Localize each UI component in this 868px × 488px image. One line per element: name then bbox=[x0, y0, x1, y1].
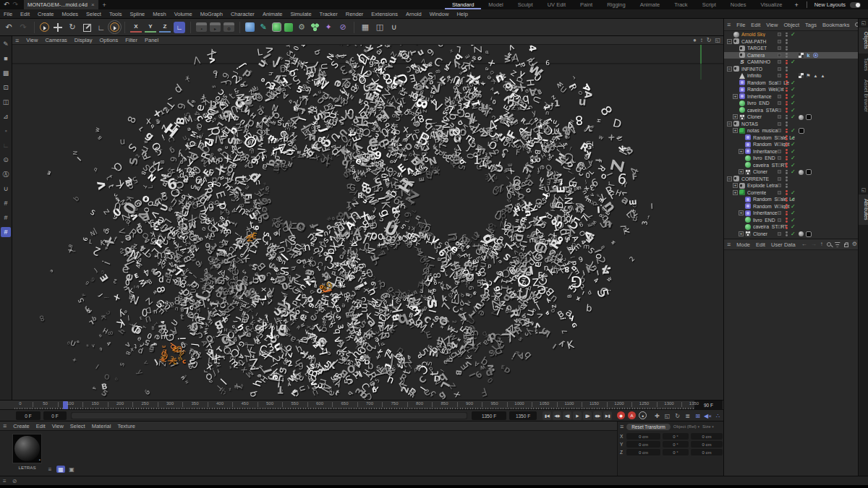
range-end-field[interactable]: 1350 F bbox=[472, 411, 506, 420]
visibility-dots[interactable] bbox=[786, 74, 788, 79]
visibility-dots[interactable] bbox=[786, 121, 788, 127]
visibility-dot[interactable] bbox=[786, 46, 788, 48]
object-row[interactable]: +Cloner✓ bbox=[724, 168, 859, 176]
quantize-icon[interactable]: # bbox=[1, 198, 11, 208]
visibility-dot[interactable] bbox=[786, 152, 788, 154]
viewport-menu-cameras[interactable]: Cameras bbox=[45, 37, 67, 43]
layer-checkbox[interactable] bbox=[778, 108, 781, 112]
enabled-check-icon[interactable]: ✓ bbox=[791, 86, 796, 93]
object-row[interactable]: Random_Weight✓ bbox=[724, 203, 859, 210]
blackbox-tag-icon[interactable] bbox=[799, 128, 804, 134]
visibility-dots[interactable] bbox=[786, 46, 788, 51]
object-name[interactable]: livro_END bbox=[753, 155, 775, 160]
play-sound-toggle[interactable]: ◀× bbox=[704, 411, 712, 420]
status-menu-icon[interactable]: ≡ bbox=[3, 478, 7, 484]
menu-file[interactable]: File bbox=[4, 11, 12, 17]
blackbox-tag-icon[interactable] bbox=[806, 169, 812, 175]
menu-tools[interactable]: Tools bbox=[109, 11, 122, 17]
visibility-dot[interactable] bbox=[786, 149, 788, 151]
coord-mode-select[interactable]: Object (Rel) ▾ bbox=[673, 424, 699, 429]
goto-end-button[interactable]: ▶▮ bbox=[603, 411, 612, 420]
add-layout-button[interactable]: + bbox=[789, 1, 803, 9]
generator-button[interactable]: ⚙ bbox=[296, 22, 307, 33]
layer-checkbox[interactable] bbox=[778, 95, 781, 98]
object-name[interactable]: NOTAS bbox=[741, 121, 758, 127]
z-axis-button[interactable]: Z bbox=[159, 22, 171, 33]
expand-dock-icon[interactable]: ◱ bbox=[859, 19, 868, 27]
position-field-x[interactable]: 0 cm bbox=[626, 433, 660, 440]
layer-checkbox[interactable] bbox=[778, 87, 781, 91]
visibility-dots[interactable] bbox=[786, 80, 788, 85]
tree-expander-icon[interactable]: + bbox=[739, 210, 744, 215]
material-menu-material[interactable]: Material bbox=[92, 423, 111, 429]
visibility-dots[interactable] bbox=[786, 33, 788, 38]
tree-expander-icon[interactable]: − bbox=[727, 176, 732, 181]
object-row[interactable]: livro_END✓ bbox=[724, 100, 859, 107]
reset-transform-button[interactable]: Reset Transform bbox=[626, 424, 671, 430]
viewport-menu-view[interactable]: View bbox=[26, 37, 38, 43]
object-name[interactable]: Random_Weight bbox=[753, 204, 790, 209]
tree-expander-icon[interactable]: + bbox=[739, 149, 744, 154]
enabled-check-icon[interactable]: ✓ bbox=[791, 155, 796, 161]
layout-toggle-switch[interactable] bbox=[850, 2, 861, 8]
menu-character[interactable]: Character bbox=[231, 11, 255, 17]
visibility-dots[interactable] bbox=[786, 176, 788, 181]
material-menu-select[interactable]: Select bbox=[70, 423, 85, 429]
material-menu-edit[interactable]: Edit bbox=[36, 423, 46, 429]
layer-checkbox[interactable] bbox=[778, 191, 781, 194]
visibility-dot[interactable] bbox=[786, 80, 788, 82]
object-row[interactable]: livro_END✓ bbox=[724, 155, 859, 162]
object-name[interactable]: Cloner bbox=[753, 169, 767, 174]
enabled-check-icon[interactable]: ✓ bbox=[791, 210, 796, 216]
layer-checkbox[interactable] bbox=[778, 136, 781, 140]
gsphere-tag-icon[interactable] bbox=[799, 115, 804, 120]
checker-tag-icon[interactable] bbox=[799, 73, 804, 78]
menu-help[interactable]: Help bbox=[456, 11, 467, 17]
visibility-dots[interactable] bbox=[786, 135, 788, 140]
visibility-dot[interactable] bbox=[786, 67, 788, 69]
menu-volume[interactable]: Volume bbox=[174, 11, 192, 17]
visibility-dots[interactable] bbox=[786, 211, 788, 216]
om-menu-file[interactable]: File bbox=[736, 22, 745, 28]
object-row[interactable]: +notas_musicais✓ bbox=[724, 127, 859, 134]
visibility-dot[interactable] bbox=[786, 221, 788, 223]
visibility-dot[interactable] bbox=[786, 207, 788, 209]
visibility-dots[interactable] bbox=[786, 94, 788, 99]
material-menu-create[interactable]: Create bbox=[13, 423, 30, 429]
visibility-dot[interactable] bbox=[786, 176, 788, 179]
visibility-dots[interactable] bbox=[786, 231, 788, 236]
back-icon[interactable]: ← bbox=[801, 241, 807, 247]
object-row[interactable]: +Cloner✓ bbox=[724, 231, 859, 238]
timeline-ruler[interactable]: 90 F 05010015020025030035040045050055060… bbox=[0, 400, 723, 409]
object-row[interactable]: Random_Weight✓ bbox=[724, 141, 859, 148]
visibility-dot[interactable] bbox=[786, 213, 788, 215]
visibility-dots[interactable] bbox=[786, 115, 788, 120]
enabled-check-icon[interactable]: ✓ bbox=[791, 100, 796, 106]
visibility-dot[interactable] bbox=[786, 87, 788, 90]
object-manager-menu-icon[interactable]: ≡ bbox=[727, 21, 731, 28]
grid-view-icon[interactable]: ▦ bbox=[56, 466, 65, 473]
workplane-snap-icon[interactable]: # bbox=[1, 227, 11, 237]
visibility-dot[interactable] bbox=[786, 35, 788, 37]
visibility-dot[interactable] bbox=[786, 74, 788, 76]
settings-gear-icon[interactable]: ⚙ bbox=[852, 241, 857, 247]
record-keyframe-button[interactable]: ◆ bbox=[617, 411, 625, 419]
visibility-dots[interactable] bbox=[786, 39, 788, 44]
enabled-check-icon[interactable]: ✓ bbox=[791, 114, 796, 120]
visibility-dot[interactable] bbox=[786, 90, 788, 92]
layer-checkbox[interactable] bbox=[778, 163, 781, 167]
visibility-dot[interactable] bbox=[786, 97, 788, 99]
layout-tab-visualize[interactable]: Visualize bbox=[753, 0, 789, 9]
enabled-check-icon[interactable]: ✓ bbox=[791, 107, 796, 114]
visibility-dot[interactable] bbox=[786, 218, 788, 220]
layer-checkbox[interactable] bbox=[778, 60, 781, 64]
menu-create[interactable]: Create bbox=[38, 11, 54, 17]
enabled-check-icon[interactable]: ✓ bbox=[791, 231, 796, 237]
visibility-dot[interactable] bbox=[786, 156, 788, 158]
object-name[interactable]: Camera bbox=[747, 53, 765, 58]
dock-tab-takes[interactable]: Takes bbox=[859, 53, 868, 75]
axis-mode-icon[interactable]: ∟ bbox=[1, 140, 11, 150]
menu-animate[interactable]: Animate bbox=[263, 11, 283, 17]
document-tab[interactable]: MONTAGEM-...mold.c4d × bbox=[24, 0, 98, 9]
layer-checkbox[interactable] bbox=[778, 81, 781, 85]
